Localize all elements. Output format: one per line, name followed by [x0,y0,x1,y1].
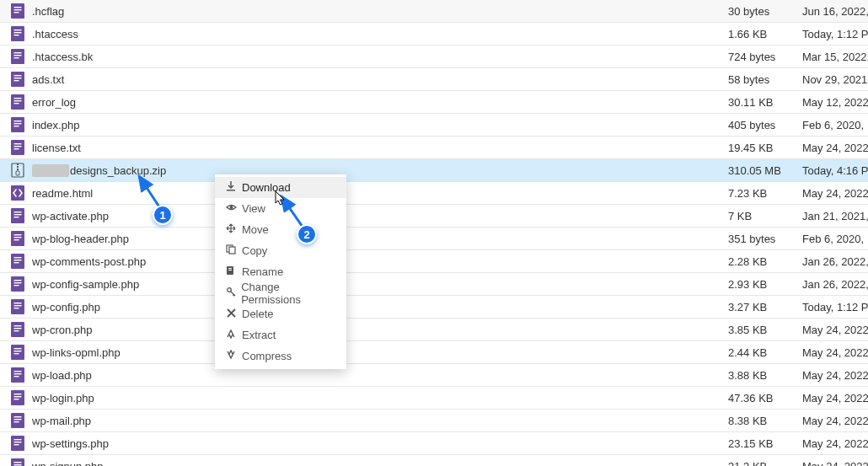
svg-rect-37 [14,217,19,217]
table-row[interactable]: .hcflag30 bytesJun 16, 2022, [0,0,868,23]
file-name[interactable]: wp-mail.php [29,415,728,427]
delete-icon [225,308,237,320]
table-row[interactable]: wp-activate.php7 KBJan 21, 2021, [0,205,868,228]
annotation-marker-1: 1 [153,205,173,225]
table-row[interactable]: wp-signup.php31.3 KBMay 24, 2022 [0,455,868,466]
file-name[interactable]: wp-blog-header.php [29,233,728,245]
svg-rect-87 [228,268,232,269]
download-icon [225,181,237,194]
svg-rect-43 [14,257,22,258]
menu-item-label: View [242,202,265,215]
svg-rect-20 [11,117,24,132]
menu-item-delete[interactable]: Delete [215,303,346,324]
svg-rect-85 [229,247,235,254]
table-row[interactable]: readme.html7.23 KBMay 24, 2022 [0,182,868,205]
table-row[interactable]: wp-settings.php23.15 KBMay 24, 2022 [0,432,868,455]
svg-rect-64 [14,373,22,374]
table-row[interactable]: .htaccess1.66 KBToday, 1:12 P [0,23,868,46]
file-size: 3.27 KB [728,301,802,313]
file-modified: Today, 4:16 P [802,164,868,177]
svg-rect-42 [11,254,24,269]
file-name[interactable]: ads.txt [29,73,728,86]
table-row[interactable]: license.txt19.45 KBMay 24, 2022 [0,137,868,159]
svg-rect-57 [14,330,19,331]
table-row[interactable]: wp-login.php47.36 KBMay 24, 2022 [0,387,868,410]
table-row[interactable]: error_log30.11 KBMay 12, 2022 [0,91,868,114]
menu-item-extract[interactable]: Extract [215,324,346,345]
menu-item-label: Rename [242,265,283,278]
table-row[interactable]: .htaccess.bk724 bytesMar 15, 2022, [0,46,868,68]
table-row[interactable]: designs_backup.zip310.05 MBToday, 4:16 P [0,159,868,182]
svg-rect-6 [14,32,22,33]
table-row[interactable]: wp-load.php3.88 KBMay 24, 2022 [0,364,868,387]
doc-file-icon [7,117,29,132]
file-name[interactable]: wp-login.php [29,392,728,404]
svg-rect-48 [14,282,22,283]
menu-item-copy[interactable]: Copy [215,240,346,261]
table-row[interactable]: ads.txt58 bytesNov 29, 2021 [0,68,868,91]
svg-rect-51 [14,303,22,303]
menu-item-change-permissions[interactable]: Change Permissions [215,282,346,303]
file-name[interactable]: wp-comments-post.php [29,255,728,268]
table-row[interactable]: wp-blog-header.php351 bytesFeb 6, 2020, [0,228,868,250]
file-name[interactable]: .hcflag [29,5,728,18]
file-name[interactable]: wp-config.php [29,301,728,313]
table-row[interactable]: wp-comments-post.php2.28 KBJan 26, 2022, [0,250,868,273]
doc-file-icon [7,49,29,64]
doc-file-icon [7,26,29,41]
file-size: 310.05 MB [728,164,802,177]
file-modified: May 24, 2022 [802,142,868,154]
file-name[interactable]: .htaccess.bk [29,51,728,63]
file-name[interactable]: wp-settings.php [29,437,728,450]
svg-rect-50 [11,299,24,314]
table-row[interactable]: index.php405 bytesFeb 6, 2020, [0,114,868,137]
svg-rect-53 [14,308,19,308]
menu-item-compress[interactable]: Compress [215,345,346,367]
svg-rect-60 [14,351,22,351]
svg-rect-40 [14,237,22,238]
menu-item-label: Compress [242,350,292,362]
extract-icon [225,329,237,341]
svg-rect-18 [14,100,22,101]
file-name[interactable]: license.txt [29,142,728,154]
svg-rect-75 [14,439,22,440]
file-name[interactable]: wp-signup.php [29,460,728,467]
table-row[interactable]: wp-config-sample.php2.93 KBJan 26, 2022, [0,273,868,296]
svg-rect-1 [14,7,22,8]
svg-rect-71 [14,416,22,417]
file-name[interactable]: wp-cron.php [29,324,728,336]
svg-rect-69 [14,399,19,399]
file-size: 7.23 KB [728,187,802,200]
file-size: 8.38 KB [728,415,802,427]
svg-rect-54 [11,322,24,337]
doc-file-icon [7,436,29,451]
file-name[interactable]: wp-config-sample.php [29,278,728,291]
svg-rect-67 [14,394,22,394]
table-row[interactable]: wp-config.php3.27 KBToday, 1:12 P [0,296,868,319]
svg-rect-88 [228,270,232,270]
table-row[interactable]: wp-cron.php3.85 KBMay 24, 2022 [0,319,868,341]
file-size: 724 bytes [728,51,802,63]
file-name[interactable]: index.php [29,119,728,131]
svg-rect-30 [17,166,19,168]
file-name[interactable]: .htaccess [29,28,728,40]
svg-rect-4 [11,26,24,41]
file-size: 3.85 KB [728,324,802,336]
file-size: 351 bytes [728,233,802,245]
svg-rect-44 [14,260,22,260]
menu-item-rename[interactable]: Rename [215,261,346,282]
file-name[interactable]: wp-links-opml.php [29,346,728,359]
file-size: 23.15 KB [728,437,802,450]
file-name[interactable]: error_log [29,96,728,109]
file-name[interactable]: wp-load.php [29,369,728,382]
rename-icon [225,265,237,278]
svg-rect-14 [14,78,22,78]
svg-rect-82 [227,190,235,191]
file-modified: May 24, 2022 [802,392,868,404]
doc-file-icon [7,254,29,269]
zip-file-icon [7,163,29,178]
table-row[interactable]: wp-links-opml.php2.44 KBMay 24, 2022 [0,341,868,364]
eye-icon [225,202,237,215]
table-row[interactable]: wp-mail.php8.38 KBMay 24, 2022 [0,410,868,432]
menu-item-label: Delete [242,308,274,320]
